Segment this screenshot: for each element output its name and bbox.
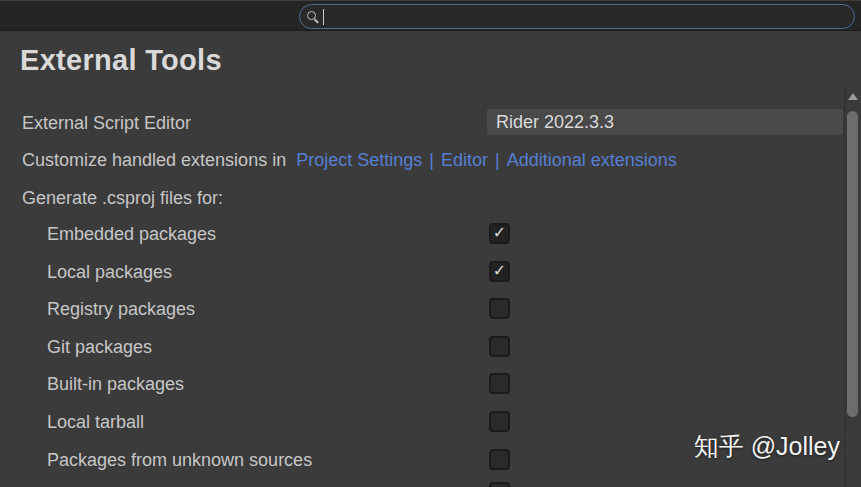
watermark: 知乎 @Jolley [694,430,840,463]
search-icon [307,11,318,22]
checkbox[interactable]: ✓ [489,223,510,244]
checkbox[interactable] [489,336,510,357]
toggle-row: Git packages [0,335,861,359]
toggle-row: Local packages ✓ [0,260,861,284]
check-icon: ✓ [493,225,506,241]
checkbox[interactable] [489,298,510,319]
checkbox[interactable] [489,411,510,432]
search-input[interactable] [324,9,846,25]
checkbox[interactable]: ✓ [489,261,510,282]
check-icon: ✓ [493,263,506,279]
scroll-up-icon[interactable] [848,93,858,100]
link-additional-extensions: Additional extensions [507,150,677,170]
customize-extensions-row: Customize handled extensions inProject S… [22,147,677,173]
checkbox-partial[interactable] [489,482,510,487]
checkbox[interactable] [489,373,510,394]
toggle-row: Embedded packages ✓ [0,222,861,246]
toggle-label: Registry packages [47,297,195,321]
toggle-label: Embedded packages [47,222,216,246]
script-editor-label: External Script Editor [22,110,191,136]
toggle-label: Git packages [47,335,152,359]
toggle-row: Built-in packages [0,372,861,396]
search-field[interactable] [299,4,855,29]
checkbox[interactable] [489,449,510,470]
link-editor: Editor [441,150,488,170]
link-separator: | [422,150,441,170]
toggle-label: Built-in packages [47,372,184,396]
toggle-label: Local packages [47,260,172,284]
toggle-row: Registry packages [0,297,861,321]
scrollbar-thumb[interactable] [847,111,858,417]
generate-csproj-label: Generate .csproj files for: [22,185,223,211]
toggle-label: Local tarball [47,410,144,434]
toggle-label: Packages from unknown sources [47,448,312,472]
toggle-row-partial [0,481,861,487]
customize-extensions-text: Customize handled extensions in [22,150,286,170]
preferences-window: External Tools External Script Editor Ri… [0,0,861,487]
script-editor-dropdown[interactable]: Rider 2022.3.3 [487,109,843,135]
link-project-settings: Project Settings [296,150,422,170]
toolbar [0,0,861,31]
vertical-scrollbar[interactable] [844,88,861,487]
link-separator: | [488,150,507,170]
page-title: External Tools [20,44,222,77]
